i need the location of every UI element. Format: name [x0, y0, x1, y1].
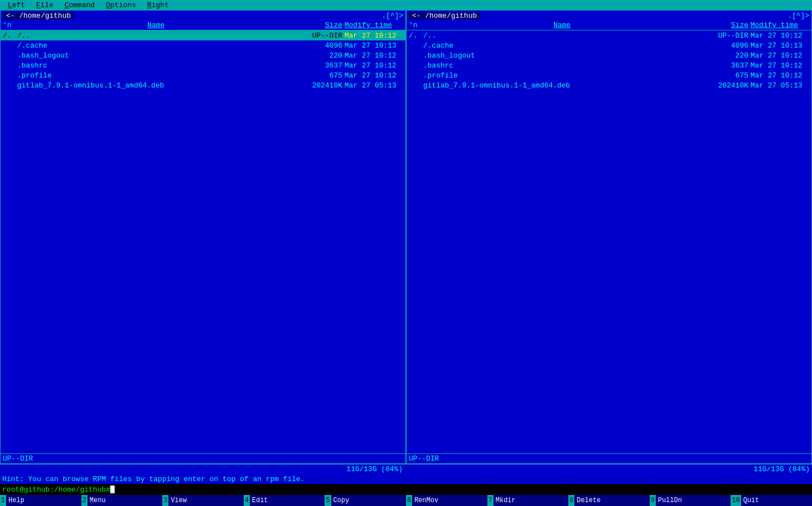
menu-right[interactable]: Right: [142, 0, 174, 10]
fn-num-4: 4: [244, 495, 250, 506]
right-file-row-2[interactable]: .bash_logout 220 Mar 27 10:12: [407, 50, 811, 60]
left-file-row-5[interactable]: gitlab_7.9.1-omnibus.1-1_amd64.deb 20241…: [1, 80, 405, 90]
left-col-size: Size: [295, 21, 345, 29]
right-file-modify-5: Mar 27 05:13: [751, 81, 811, 90]
left-file-n-0: /.: [1, 32, 17, 40]
fn-key-7[interactable]: 7Mkdir: [487, 495, 569, 506]
left-file-modify-0: Mar 27 10:12: [345, 32, 405, 40]
right-file-modify-0: Mar 27 10:12: [751, 32, 811, 40]
left-panel-path-bar: <- /home/github .[^]>: [1, 11, 405, 20]
fn-label-2: Menu: [88, 495, 162, 506]
fn-label-10: Quit: [741, 495, 812, 506]
left-panel-indicator: .[^]>: [382, 12, 403, 20]
right-file-row-5[interactable]: gitlab_7.9.1-omnibus.1-1_amd64.deb 20241…: [407, 80, 811, 90]
left-file-size-3: 3637: [295, 61, 345, 70]
right-file-size-2: 220: [701, 51, 751, 60]
right-panel: <- /home/github .[^]> 'n Name Size Modif…: [406, 10, 812, 464]
right-col-name: Name: [423, 21, 701, 29]
fn-key-10[interactable]: 10Quit: [731, 495, 812, 506]
disk-info-bar: 11G/13G (84%) 11G/13G (84%): [0, 464, 812, 474]
left-file-name-4: .profile: [17, 71, 295, 80]
fn-label-8: Delete: [574, 495, 649, 506]
fn-key-5[interactable]: 5Copy: [325, 495, 406, 506]
left-file-size-2: 220: [295, 51, 345, 60]
command-bar: root@github:/home/github#: [0, 484, 812, 495]
left-file-row-4[interactable]: .profile 675 Mar 27 10:12: [1, 70, 405, 80]
right-col-modify: Modify time: [751, 21, 811, 29]
left-file-row-3[interactable]: .bashrc 3637 Mar 27 10:12: [1, 60, 405, 70]
right-file-size-0: UP--DIR: [701, 32, 751, 40]
left-col-modify: Modify time: [345, 21, 405, 29]
right-col-size: Size: [701, 21, 751, 29]
right-file-size-5: 202410K: [701, 81, 751, 90]
right-file-name-2: .bash_logout: [423, 51, 701, 60]
fn-num-6: 6: [406, 495, 412, 506]
right-panel-status: UP--DIR: [407, 453, 811, 463]
function-bar: 1Help2Menu3View4Edit5Copy6RenMov7Mkdir8D…: [0, 495, 812, 506]
right-panel-header: 'n Name Size Modify time: [407, 20, 811, 30]
fn-key-9[interactable]: 9PullDn: [650, 495, 731, 506]
right-file-row-3[interactable]: .bashrc 3637 Mar 27 10:12: [407, 60, 811, 70]
right-file-name-1: /.cache: [423, 42, 701, 50]
fn-label-4: Edit: [250, 495, 325, 506]
hint-bar: Hint: You can browse RPM files by tappin…: [0, 474, 812, 484]
right-file-size-3: 3637: [701, 61, 751, 70]
left-col-n: 'n: [1, 21, 17, 29]
right-file-modify-3: Mar 27 10:12: [751, 61, 811, 70]
left-file-name-3: .bashrc: [17, 61, 295, 70]
right-file-size-1: 4096: [701, 42, 751, 50]
right-file-n-0: /.: [407, 32, 423, 40]
fn-key-1[interactable]: 1Help: [0, 495, 81, 506]
fn-key-6[interactable]: 6RenMov: [406, 495, 487, 506]
right-file-row-0[interactable]: /. /.. UP--DIR Mar 27 10:12: [407, 30, 811, 40]
left-file-row-1[interactable]: /.cache 4096 Mar 27 10:13: [1, 40, 405, 50]
left-panel-status: UP--DIR: [1, 453, 405, 463]
fn-num-1: 1: [0, 495, 6, 506]
fn-num-2: 2: [81, 495, 88, 506]
command-cursor: [110, 486, 115, 493]
fn-key-4[interactable]: 4Edit: [244, 495, 325, 506]
left-file-name-5: gitlab_7.9.1-omnibus.1-1_amd64.deb: [17, 81, 295, 90]
right-file-name-4: .profile: [423, 71, 701, 80]
right-disk-info: 11G/13G (84%): [407, 464, 812, 474]
menu-bar: Left File Command Options Right: [0, 0, 812, 10]
left-file-size-4: 675: [295, 71, 345, 80]
left-file-modify-1: Mar 27 10:13: [345, 42, 405, 50]
right-panel-path-bar: <- /home/github .[^]>: [407, 11, 811, 20]
panels-container: <- /home/github .[^]> 'n Name Size Modif…: [0, 10, 812, 464]
left-file-row-0[interactable]: /. /.. UP--DIR Mar 27 10:12: [1, 30, 405, 40]
command-prompt: root@github:/home/github#: [2, 486, 110, 494]
left-panel-path: <- /home/github: [3, 12, 74, 20]
fn-label-7: Mkdir: [494, 495, 568, 506]
left-col-name: Name: [17, 21, 295, 29]
menu-command[interactable]: Command: [59, 0, 100, 10]
fn-key-3[interactable]: 3View: [162, 495, 244, 506]
menu-options[interactable]: Options: [100, 0, 142, 10]
menu-left[interactable]: Left: [2, 0, 30, 10]
left-file-size-0: UP--DIR: [295, 32, 345, 40]
fn-key-2[interactable]: 2Menu: [81, 495, 163, 506]
left-panel-files: /. /.. UP--DIR Mar 27 10:12 /.cache 4096…: [1, 30, 405, 453]
fn-num-3: 3: [162, 495, 168, 506]
left-file-modify-3: Mar 27 10:12: [345, 61, 405, 70]
right-file-name-3: .bashrc: [423, 61, 701, 70]
right-file-row-4[interactable]: .profile 675 Mar 27 10:12: [407, 70, 811, 80]
left-file-row-2[interactable]: .bash_logout 220 Mar 27 10:12: [1, 50, 405, 60]
left-file-name-1: /.cache: [17, 42, 295, 50]
right-file-row-1[interactable]: /.cache 4096 Mar 27 10:13: [407, 40, 811, 50]
right-panel-indicator: .[^]>: [788, 12, 809, 20]
menu-file[interactable]: File: [30, 0, 59, 10]
fn-key-8[interactable]: 8Delete: [568, 495, 650, 506]
fn-num-7: 7: [487, 495, 494, 506]
right-panel-path: <- /home/github: [409, 12, 480, 20]
right-file-modify-2: Mar 27 10:12: [751, 51, 811, 60]
fn-num-10: 10: [731, 495, 741, 506]
left-file-modify-2: Mar 27 10:12: [345, 51, 405, 60]
left-panel: <- /home/github .[^]> 'n Name Size Modif…: [0, 10, 406, 464]
fn-label-1: Help: [6, 495, 81, 506]
left-file-modify-5: Mar 27 05:13: [345, 81, 405, 90]
right-col-n: 'n: [407, 21, 423, 29]
left-file-size-5: 202410K: [295, 81, 345, 90]
left-file-size-1: 4096: [295, 42, 345, 50]
hint-text: Hint: You can browse RPM files by tappin…: [2, 475, 305, 483]
